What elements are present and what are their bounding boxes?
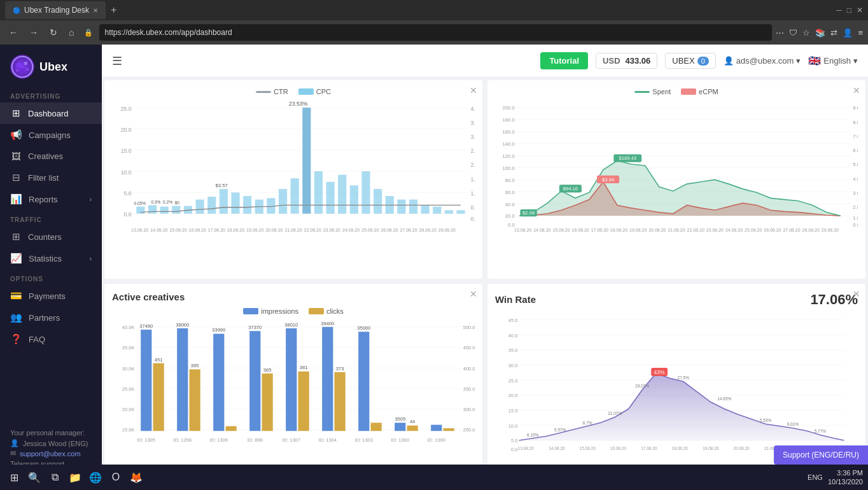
- svg-text:ID: 1298: ID: 1298: [174, 437, 192, 443]
- balance-amount: 433.06: [626, 56, 651, 66]
- svg-text:1.5: 1.5: [470, 176, 475, 183]
- sidebar-faq-label: FAQ: [29, 335, 45, 344]
- spent-ecpm-close-button[interactable]: ✕: [853, 85, 860, 95]
- svg-text:15.0: 15.0: [508, 408, 518, 414]
- svg-text:451: 451: [155, 356, 163, 362]
- file-explorer-taskbar[interactable]: 📁: [66, 468, 84, 486]
- hamburger-button[interactable]: ☰: [112, 54, 122, 68]
- manager-email-link[interactable]: support@ubex.com: [20, 450, 81, 458]
- svg-text:5.0: 5.0: [853, 162, 858, 167]
- payments-icon: 💳: [10, 290, 22, 302]
- svg-text:60.0: 60.0: [505, 190, 515, 195]
- star-icon[interactable]: ☆: [802, 28, 810, 38]
- win-rate-close-button[interactable]: ✕: [853, 289, 860, 299]
- svg-rect-33: [207, 197, 216, 214]
- svg-text:200.0: 200.0: [502, 105, 514, 111]
- search-taskbar-button[interactable]: 🔍: [25, 468, 43, 486]
- cpc-legend-label: CPC: [316, 88, 331, 95]
- svg-text:5.53%: 5.53%: [760, 418, 772, 423]
- account-icon[interactable]: 👤: [843, 28, 853, 38]
- user-menu[interactable]: 👤 ads@ubex.com ▾: [724, 56, 801, 66]
- svg-rect-139: [322, 327, 333, 431]
- sidebar-item-reports[interactable]: 📊 Reports ›: [0, 188, 102, 210]
- sync-icon[interactable]: ⇄: [830, 28, 837, 38]
- svg-text:20.0K: 20.0K: [122, 407, 135, 412]
- svg-text:$3.94: $3.94: [602, 177, 615, 183]
- spent-ecpm-svg: 200.0 180.0 160.0 140.0 120.0 100.0 80.0…: [495, 101, 858, 228]
- spent-legend-color: [634, 91, 650, 93]
- sidebar-reports-label: Reports: [29, 195, 58, 204]
- svg-text:14.08.20: 14.08.20: [549, 446, 564, 451]
- edge-browser-taskbar[interactable]: 🌐: [87, 468, 104, 486]
- svg-text:365: 365: [263, 367, 272, 373]
- svg-text:0.0: 0.0: [124, 211, 132, 218]
- creatives-icon: 🖼: [10, 151, 22, 162]
- reports-arrow-icon: ›: [90, 196, 92, 203]
- svg-text:300.0: 300.0: [463, 407, 475, 412]
- minimize-button[interactable]: ─: [836, 6, 842, 15]
- svg-marker-180: [519, 374, 844, 440]
- opera-taskbar[interactable]: O: [107, 468, 125, 486]
- svg-rect-54: [457, 210, 465, 214]
- active-creatives-chart-panel: ✕ Active creatives impressions clicks: [104, 284, 482, 487]
- traffic-section-label: TRAFFIC: [0, 210, 102, 226]
- svg-text:2.0: 2.0: [470, 162, 475, 168]
- win-rate-svg: 45.0 40.0 35.0 30.0 25.0 20.0 15.0 10.0 …: [495, 313, 858, 457]
- tab-close-button[interactable]: ✕: [93, 7, 98, 14]
- sidebar-item-faq[interactable]: ❓ FAQ: [0, 328, 102, 350]
- language-selector[interactable]: 🇬🇧 English ▾: [808, 55, 858, 67]
- support-button[interactable]: Support (ENG/DE/RU): [774, 445, 868, 465]
- sidebar-item-dashboard[interactable]: ⊞ Dashboard: [0, 102, 102, 124]
- close-window-button[interactable]: ✕: [857, 6, 863, 15]
- manager-name-row: 👤 Jessica Wood (ENG): [10, 439, 92, 447]
- menu-icon[interactable]: ≡: [858, 28, 863, 38]
- ecpm-legend-item: eCPM: [681, 88, 718, 95]
- sidebar-item-counters[interactable]: ⊞ Counters: [0, 226, 102, 248]
- sidebar-item-filter-list[interactable]: ⊟ Filter list: [0, 167, 102, 188]
- svg-text:450.0: 450.0: [463, 345, 475, 351]
- svg-text:0.0: 0.0: [508, 222, 515, 228]
- sidebar-item-statistics[interactable]: 📈 Statistics ›: [0, 248, 102, 269]
- url-bar[interactable]: [99, 24, 772, 41]
- svg-rect-41: [302, 108, 311, 214]
- statistics-arrow-icon: ›: [90, 255, 92, 262]
- win-rate-chart-area: 45.0 40.0 35.0 30.0 25.0 20.0 15.0 10.0 …: [495, 313, 858, 459]
- manager-name: Jessica Wood (ENG): [23, 440, 88, 447]
- browser-tab[interactable]: 🔵 Ubex Trading Desk ✕: [5, 1, 106, 19]
- sidebar-item-payments[interactable]: 💳 Payments: [0, 285, 102, 307]
- new-tab-button[interactable]: +: [111, 4, 116, 16]
- forward-button[interactable]: →: [25, 26, 42, 39]
- main-content: ✕ CTR CPC: [102, 78, 868, 490]
- firefox-taskbar[interactable]: 🦊: [127, 468, 145, 486]
- start-button[interactable]: ⊞: [5, 468, 23, 486]
- spent-ecpm-chart-panel: ✕ Spent eCPM: [487, 80, 865, 279]
- ctr-cpc-close-button[interactable]: ✕: [470, 85, 477, 95]
- filter-icon: ⊟: [10, 172, 22, 183]
- back-button[interactable]: ←: [5, 26, 22, 39]
- svg-text:250.0: 250.0: [463, 427, 475, 433]
- sidebar-counters-label: Counters: [28, 232, 62, 242]
- active-creatives-close-button[interactable]: ✕: [470, 289, 477, 299]
- impressions-legend-item: impressions: [243, 307, 298, 315]
- tutorial-button[interactable]: Tutorial: [540, 52, 588, 69]
- svg-rect-129: [226, 426, 237, 431]
- sidebar-item-campaigns[interactable]: 📢 Campaigns: [0, 124, 102, 146]
- bookmarks-icon[interactable]: 📚: [815, 28, 825, 38]
- svg-text:2.0: 2.0: [853, 204, 858, 210]
- ctr-cpc-x-axis: 13.08.2014.08.2015.08.2016.08.2017.08.20…: [112, 228, 475, 232]
- svg-text:10.0: 10.0: [508, 423, 518, 429]
- browser-title-bar: 🔵 Ubex Trading Desk ✕ + ─ □ ✕: [0, 0, 868, 20]
- svg-rect-30: [172, 206, 180, 214]
- svg-text:160.0: 160.0: [502, 129, 514, 135]
- tab-title: Ubex Trading Desk: [24, 6, 89, 15]
- refresh-button[interactable]: ↻: [46, 26, 61, 39]
- sidebar-item-partners[interactable]: 👥 Partners: [0, 307, 102, 328]
- svg-text:0.05%: 0.05%: [134, 201, 146, 206]
- restore-button[interactable]: □: [847, 6, 851, 15]
- svg-text:20.0: 20.0: [508, 393, 518, 398]
- campaigns-icon: 📢: [10, 129, 22, 141]
- task-view-button[interactable]: ⧉: [46, 468, 64, 486]
- sidebar-item-creatives[interactable]: 🖼 Creatives: [0, 146, 102, 167]
- home-button[interactable]: ⌂: [65, 26, 78, 39]
- svg-rect-132: [262, 374, 273, 431]
